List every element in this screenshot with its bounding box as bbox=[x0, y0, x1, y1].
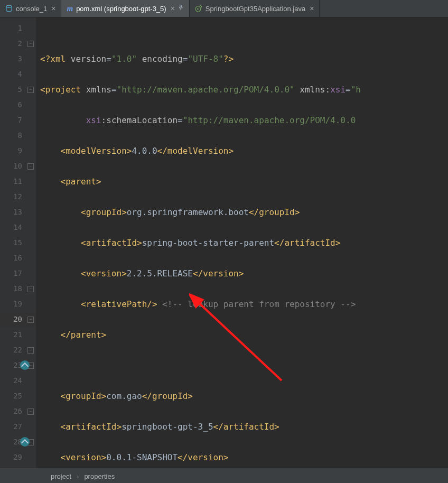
close-icon[interactable]: × bbox=[171, 4, 175, 13]
modelVersion: 4.0.0 bbox=[132, 146, 157, 156]
gutter-run-icon[interactable] bbox=[20, 437, 30, 447]
tab-label: pom.xml (springboot-gpt-3_5) bbox=[76, 5, 166, 13]
project-xsi: "h bbox=[351, 85, 361, 95]
chevron-right-icon: › bbox=[77, 472, 79, 480]
project-xmlns: "http://maven.apache.org/POM/4.0.0" bbox=[117, 85, 295, 95]
run-class-icon bbox=[195, 5, 202, 12]
editor-tabs: console_1 × m pom.xml (springboot-gpt-3_… bbox=[0, 0, 448, 17]
line-number[interactable]: 1 bbox=[0, 21, 36, 36]
tab-label: console_1 bbox=[16, 5, 47, 13]
fold-icon[interactable]: − bbox=[27, 41, 34, 47]
line-number[interactable]: 25 bbox=[0, 388, 36, 404]
breadcrumb[interactable]: project › properties bbox=[0, 468, 448, 483]
parent-version: 2.2.5.RELEASE bbox=[127, 268, 193, 278]
line-number[interactable]: 16 bbox=[0, 250, 36, 266]
line-number[interactable]: 29 bbox=[0, 450, 36, 465]
line-number[interactable]: 15 bbox=[0, 235, 36, 250]
version: 0.0.1-SNAPSHOT bbox=[106, 452, 178, 462]
parent-artifactId: spring-boot-starter-parent bbox=[142, 238, 274, 248]
line-number[interactable]: 21 bbox=[0, 327, 36, 342]
code-area[interactable]: <?xml version="1.0" encoding="UTF-8"?> <… bbox=[36, 17, 448, 468]
line-number[interactable]: 11 bbox=[0, 174, 36, 189]
line-number[interactable]: 6 bbox=[0, 97, 36, 113]
fold-icon[interactable]: − bbox=[27, 408, 34, 415]
line-number[interactable]: 26− bbox=[0, 404, 36, 419]
line-number[interactable]: 12 bbox=[0, 189, 36, 205]
project-schemaloc: "http://maven.apache.org/POM/4.0.0 bbox=[183, 115, 356, 125]
gutter-run-icon[interactable] bbox=[20, 360, 30, 370]
line-number[interactable]: 4 bbox=[0, 67, 36, 82]
line-number[interactable]: 13 bbox=[0, 205, 36, 220]
line-number[interactable]: 22− bbox=[0, 342, 36, 358]
fold-icon[interactable]: − bbox=[27, 87, 34, 93]
gutter[interactable]: 12−345−678910−1112131415161718−1920−2122… bbox=[0, 17, 36, 468]
fold-icon[interactable]: − bbox=[27, 286, 34, 292]
line-number[interactable]: 14 bbox=[0, 220, 36, 235]
line-number[interactable]: 24 bbox=[0, 373, 36, 388]
line-number[interactable]: 5− bbox=[0, 82, 36, 97]
line-number[interactable]: 23− bbox=[0, 358, 36, 373]
line-number[interactable]: 17 bbox=[0, 266, 36, 281]
line-number[interactable]: 3 bbox=[0, 51, 36, 67]
xml-decl-version: "1.0" bbox=[111, 54, 137, 64]
tab-label: SpringbootGpt35Application.java bbox=[206, 5, 305, 13]
line-number[interactable]: 2− bbox=[0, 36, 36, 51]
line-number[interactable]: 8 bbox=[0, 128, 36, 143]
line-number[interactable]: 9 bbox=[0, 143, 36, 159]
artifactId: springboot-gpt-3_5 bbox=[122, 422, 213, 432]
tab-console_1[interactable]: console_1 × bbox=[0, 0, 61, 17]
fold-icon[interactable]: − bbox=[27, 347, 34, 354]
close-icon[interactable]: × bbox=[310, 4, 314, 13]
line-number[interactable]: 18− bbox=[0, 281, 36, 296]
editor: 12−345−678910−1112131415161718−1920−2122… bbox=[0, 17, 448, 468]
breadcrumb-project[interactable]: project bbox=[51, 472, 71, 480]
parent-groupId: org.springframework.boot bbox=[127, 207, 249, 217]
line-number[interactable]: 19 bbox=[0, 296, 36, 312]
tab-pom-xml[interactable]: m pom.xml (springboot-gpt-3_5) × bbox=[61, 0, 189, 17]
line-number[interactable]: 20− bbox=[0, 312, 36, 327]
line-number[interactable]: 27 bbox=[0, 419, 36, 434]
tab-springboot-app[interactable]: SpringbootGpt35Application.java × bbox=[190, 0, 320, 17]
line-number[interactable]: 28− bbox=[0, 434, 36, 450]
close-icon[interactable]: × bbox=[51, 4, 55, 13]
fold-icon[interactable]: − bbox=[27, 163, 34, 170]
groupId: com.gao bbox=[106, 391, 142, 401]
maven-icon: m bbox=[67, 4, 73, 13]
db-icon bbox=[5, 5, 13, 12]
line-number[interactable]: 10− bbox=[0, 159, 36, 174]
line-number[interactable]: 7 bbox=[0, 113, 36, 128]
parent-comment: lookup parent from repository bbox=[183, 299, 341, 309]
pin-icon[interactable] bbox=[178, 5, 184, 12]
fold-icon[interactable]: − bbox=[27, 317, 34, 323]
svg-point-0 bbox=[6, 5, 12, 7]
xml-decl-encoding: "UTF-8" bbox=[188, 54, 223, 64]
breadcrumb-properties[interactable]: properties bbox=[84, 472, 115, 480]
